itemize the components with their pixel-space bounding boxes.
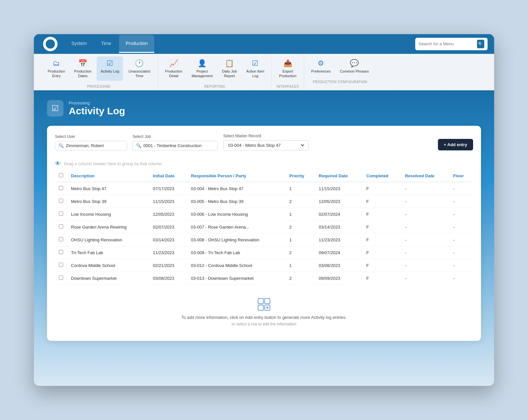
th-floor[interactable]: Floor — [449, 170, 473, 182]
row-floor: - — [449, 208, 473, 221]
select-master-label: Select Master Record — [223, 134, 309, 138]
menu-ribbon: 🗂 ProductionEntry 📅 ProductionDates ☑ Ac… — [34, 54, 494, 91]
drag-hint-row: 👁 Drag a column header here to group by … — [55, 157, 473, 170]
ribbon-item-daily-job-report[interactable]: 📋 Daily JobReport — [218, 56, 241, 81]
row-priority: 2 — [285, 272, 315, 285]
row-responsible: 03-013 - Downtown Supermarket — [187, 272, 285, 285]
row-priority: 1 — [285, 259, 315, 272]
table-row[interactable]: Cordova Middle School 02/21/2023 03-012 … — [55, 259, 473, 272]
row-description: Tri-Tech Fab Lab — [67, 246, 149, 259]
row-checkbox[interactable] — [59, 224, 63, 229]
row-checkbox[interactable] — [59, 186, 63, 190]
select-master-wrap[interactable]: 03-004 - Metro Bus Stop 47 — [223, 140, 309, 150]
th-resolved-date[interactable]: Resolved Date — [401, 170, 449, 182]
unassociated-time-icon: 🕐 — [135, 59, 144, 68]
table-row[interactable]: OHSU Lighting Renovation 03/14/2023 03-0… — [55, 233, 473, 246]
select-job-input-wrap[interactable]: 🔍 — [132, 141, 218, 150]
row-initial-date: 02/07/2023 — [149, 221, 187, 233]
th-initial-date[interactable]: Initial Date — [149, 170, 187, 182]
ribbon-item-production-entry[interactable]: 🗂 ProductionEntry — [44, 56, 69, 81]
ribbon-item-unassociated-time[interactable]: 🕐 UnassociatedTime — [124, 56, 154, 81]
table-row[interactable]: Tri-Tech Fab Lab 11/23/2023 03-009 - Tri… — [55, 246, 473, 259]
row-checkbox[interactable] — [59, 276, 63, 280]
th-priority[interactable]: Priority — [285, 170, 315, 182]
ribbon-item-activity-log[interactable]: ☑ Activity Log — [97, 56, 123, 81]
search-box[interactable]: 🔍 — [415, 38, 488, 50]
empty-state: To add more information, click on Add en… — [55, 285, 473, 333]
row-description: Cordova Middle School — [67, 259, 149, 272]
ribbon-prod-config-label: PRODUCTION CONFIGURATION — [304, 79, 376, 86]
row-required-date: 03/14/2023 — [315, 221, 363, 233]
row-priority: 1 — [285, 233, 315, 246]
ribbon-item-project-management[interactable]: 👤 ProjectManagement — [188, 56, 217, 81]
row-required-date: 09/07/2024 — [315, 246, 363, 259]
common-phrases-icon: 💬 — [350, 59, 359, 68]
table-body: Metro Bus Stop 47 07/17/2023 03-004 - Me… — [55, 182, 473, 285]
th-required-date[interactable]: Required Date — [315, 170, 363, 182]
search-button[interactable]: 🔍 — [477, 40, 484, 48]
ribbon-production-detail-label: ProductionDetail — [165, 69, 182, 78]
job-search-icon: 🔍 — [136, 143, 141, 148]
ribbon-item-preferences[interactable]: ⚙ Preferences — [307, 56, 335, 76]
page-icon-glyph: ☑ — [52, 104, 59, 113]
select-all-checkbox[interactable] — [59, 173, 63, 177]
row-completed: F — [362, 259, 401, 272]
ribbon-item-export-production[interactable]: 📤 ExportProduction — [275, 56, 300, 81]
ribbon-production-dates-label: ProductionDates — [74, 69, 92, 78]
table-row[interactable]: Metro Bus Stop 47 07/17/2023 03-004 - Me… — [55, 182, 473, 195]
th-responsible[interactable]: Responsible Person / Party — [187, 170, 285, 182]
ribbon-unassociated-time-label: UnassociatedTime — [128, 69, 150, 78]
row-checkbox[interactable] — [59, 263, 63, 267]
logo — [40, 34, 60, 54]
svg-rect-1 — [265, 298, 270, 304]
ribbon-production-entry-label: ProductionEntry — [48, 69, 65, 78]
table-row[interactable]: Downtown Supermarket 03/08/2023 03-013 -… — [55, 272, 473, 285]
row-checkbox[interactable] — [59, 250, 63, 254]
row-floor: - — [449, 246, 473, 259]
row-checkbox[interactable] — [59, 211, 63, 216]
select-master-dropdown[interactable]: 03-004 - Metro Bus Stop 47 — [227, 143, 305, 148]
select-job-input[interactable] — [143, 143, 214, 148]
th-completed[interactable]: Completed — [362, 170, 401, 182]
table-header: Description Initial Date Responsible Per… — [55, 170, 473, 182]
table-row[interactable]: Low Income Housing 12/05/2023 03-006 - L… — [55, 208, 473, 221]
ribbon-section-processing: 🗂 ProductionEntry 📅 ProductionDates ☑ Ac… — [40, 54, 158, 91]
row-responsible: 03-008 - OHSU Lighting Renovation — [187, 233, 285, 246]
empty-state-text: To add more information, click on Add en… — [61, 315, 467, 320]
row-completed: F — [362, 208, 401, 221]
empty-state-icon — [61, 298, 467, 311]
visibility-icon[interactable]: 👁 — [55, 160, 61, 167]
ribbon-processing-label: PROCESSING — [40, 83, 157, 90]
main-card: Select User 🔍 Select Job 🔍 Select Master… — [47, 126, 481, 341]
ribbon-item-action-item-log[interactable]: ☑ Action ItemLog — [242, 56, 268, 81]
row-checkbox[interactable] — [59, 237, 63, 241]
ribbon-item-production-detail[interactable]: 📈 ProductionDetail — [161, 56, 186, 81]
th-description[interactable]: Description — [67, 170, 149, 182]
select-job-label: Select Job — [132, 134, 218, 139]
row-checkbox[interactable] — [59, 199, 63, 203]
app-window: System Time Production 🔍 🗂 ProductionEnt… — [34, 34, 494, 386]
row-initial-date: 11/23/2023 — [149, 246, 187, 259]
daily-job-report-icon: 📋 — [225, 59, 234, 68]
table-row[interactable]: Rose Garden Arena Rewiring 02/07/2023 03… — [55, 221, 473, 233]
ribbon-item-common-phrases[interactable]: 💬 Common Phrases — [336, 56, 373, 76]
row-responsible: 03-004 - Metro Bus Stop 47 — [187, 182, 285, 195]
ribbon-section-interfaces: 📤 ExportProduction INTERFACES — [272, 54, 304, 91]
row-required-date: 11/15/2023 — [315, 182, 363, 195]
filter-row: Select User 🔍 Select Job 🔍 Select Master… — [55, 134, 473, 150]
row-required-date: 12/05/2023 — [315, 195, 363, 208]
search-input[interactable] — [419, 41, 475, 46]
add-entry-button[interactable]: + Add entry — [438, 139, 473, 150]
tab-time[interactable]: Time — [95, 35, 118, 53]
ribbon-item-production-dates[interactable]: 📅 ProductionDates — [70, 56, 96, 81]
select-user-input-wrap[interactable]: 🔍 — [55, 141, 127, 150]
tab-system[interactable]: System — [65, 35, 93, 53]
row-resolved-date: - — [401, 259, 449, 272]
tab-production[interactable]: Production — [119, 35, 154, 53]
row-required-date: 02/07/2024 — [315, 208, 363, 221]
table-row[interactable]: Metro Bus Stop 39 11/15/2023 03-005 - Me… — [55, 195, 473, 208]
row-floor: - — [449, 195, 473, 208]
select-user-input[interactable] — [66, 143, 124, 148]
page-icon: ☑ — [47, 100, 63, 117]
export-production-icon: 📤 — [283, 59, 292, 68]
